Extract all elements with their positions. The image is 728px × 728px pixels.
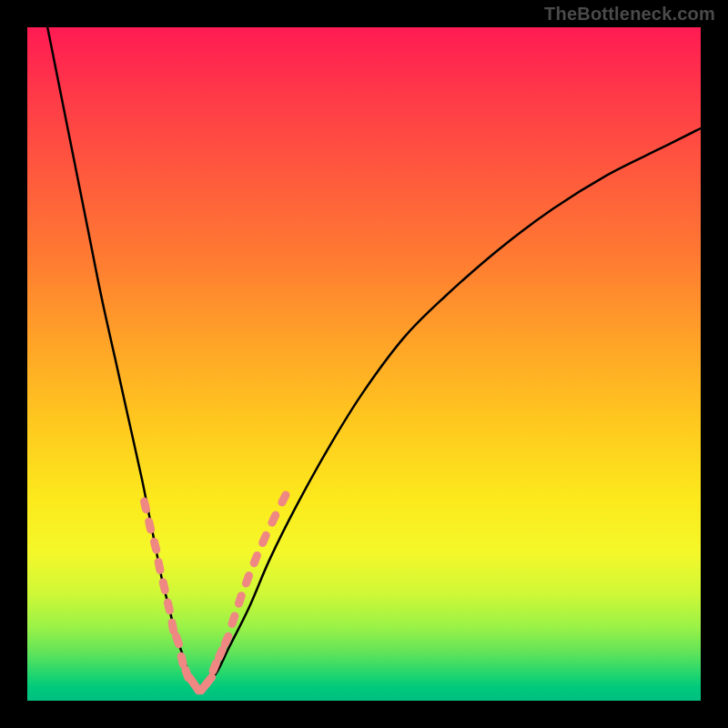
highlight-dot (139, 497, 151, 515)
highlight-dot (234, 591, 247, 609)
highlight-dot (154, 557, 165, 574)
highlight-dot (248, 551, 262, 569)
highlight-dot (158, 577, 170, 595)
highlight-dot (171, 631, 184, 649)
highlight-dots-left (139, 497, 205, 697)
highlight-dot (241, 571, 255, 589)
bottleneck-curve (47, 27, 701, 689)
highlight-dot (267, 510, 281, 528)
highlight-dot (149, 537, 161, 555)
highlight-dot (163, 598, 175, 616)
highlight-dot (258, 530, 271, 548)
plot-area (27, 27, 701, 701)
watermark-text: TheBottleneck.com (544, 4, 715, 25)
highlight-dot (144, 517, 156, 535)
highlight-dot (277, 490, 291, 508)
curve-svg (27, 27, 701, 701)
highlight-dots-right (196, 490, 291, 696)
chart-frame: TheBottleneck.com (0, 0, 728, 728)
highlight-dot (227, 611, 239, 629)
